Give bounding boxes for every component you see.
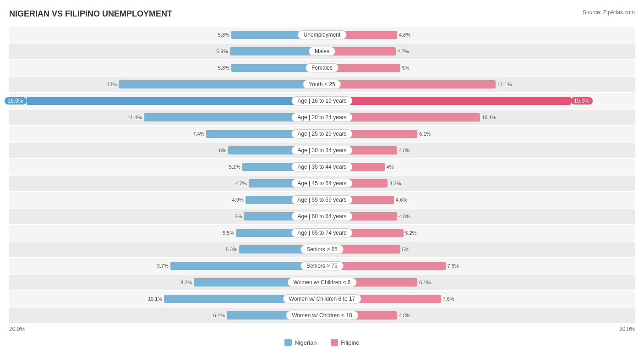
filipino-value: 6.1% — [419, 131, 431, 137]
bar-row: 6.1%4.8%Women w/ Children < 18 — [9, 308, 635, 323]
nigerian-value: 5.9% — [216, 49, 228, 54]
nigerian-bar — [119, 80, 322, 88]
row-center-label: Women w/ Children 6 to 17 — [283, 294, 361, 303]
filipino-value: 4.8% — [399, 32, 410, 38]
legend-filipino-label: Filipino — [341, 339, 360, 346]
bar-row: 5.1%4%Age | 35 to 44 years — [9, 159, 635, 175]
row-center-label: Unemployment — [298, 30, 347, 39]
nigerian-value: 5.8% — [218, 65, 229, 71]
bar-row: 11.4%10.1%Age | 20 to 24 years — [9, 110, 635, 125]
nigerian-value: 8.2% — [180, 280, 192, 285]
chart-source: Source: ZipAtlas.com — [583, 9, 635, 16]
nigerian-value: 4.9% — [232, 197, 244, 203]
bar-row: 5.8%5%Females — [9, 60, 635, 76]
nigerian-bar — [170, 262, 322, 270]
filipino-value: 4.8% — [399, 148, 410, 153]
bar-row: 5.5%5.2%Age | 65 to 74 years — [9, 225, 635, 241]
row-center-label: Age | 60 to 64 years — [291, 212, 352, 221]
filipino-value: 4.8% — [399, 214, 410, 219]
filipino-value: 5% — [402, 65, 409, 71]
filipino-value: 4% — [387, 164, 394, 170]
nigerian-value: 5.3% — [226, 247, 237, 252]
nigerian-bar — [27, 97, 322, 105]
bar-row: 5.9%4.7%Males — [9, 44, 635, 59]
filipino-value: 4.8% — [399, 313, 410, 318]
legend-nigerian-box — [284, 339, 292, 346]
filipino-bar — [322, 97, 571, 105]
legend-nigerian-label: Nigerian — [295, 339, 317, 346]
legend-nigerian: Nigerian — [284, 339, 317, 346]
legend-filipino: Filipino — [331, 339, 360, 346]
row-center-label: Age | 55 to 59 years — [291, 195, 352, 204]
bar-row: 5.3%5%Seniors > 65 — [9, 242, 635, 257]
legend: Nigerian Filipino — [9, 339, 635, 346]
bar-row: 18.9%15.9%Age | 16 to 19 years — [9, 93, 635, 109]
bar-row: 6%4.8%Age | 30 to 34 years — [9, 143, 635, 158]
nigerian-value: 5.8% — [218, 32, 229, 38]
filipino-value: 7.9% — [448, 263, 459, 269]
nigerian-value: 6.1% — [213, 313, 225, 318]
bar-row: 5%4.8%Age | 60 to 64 years — [9, 209, 635, 224]
bar-row: 8.2%6.1%Women w/ Children < 6 — [9, 275, 635, 290]
filipino-value: 4.7% — [398, 49, 409, 54]
row-center-label: Age | 45 to 54 years — [291, 179, 352, 188]
chart-container: NIGERIAN VS FILIPINO UNEMPLOYMENT Source… — [0, 0, 644, 347]
row-center-label: Age | 20 to 24 years — [291, 113, 352, 122]
bar-row: 4.9%4.6%Age | 55 to 59 years — [9, 192, 635, 208]
row-center-label: Age | 35 to 44 years — [291, 162, 352, 171]
bar-row: 4.7%4.2%Age | 45 to 54 years — [9, 176, 635, 191]
filipino-value: 7.6% — [443, 296, 454, 302]
nigerian-value: 5.5% — [223, 230, 234, 236]
filipino-bar — [322, 80, 496, 88]
filipino-value: 4.6% — [396, 197, 407, 203]
bar-row: 7.4%6.1%Age | 25 to 29 years — [9, 126, 635, 142]
legend-filipino-box — [331, 339, 338, 346]
row-center-label: Seniors > 75 — [300, 261, 344, 270]
nigerian-value: 10.1% — [148, 296, 162, 302]
row-center-label: Age | 16 to 19 years — [291, 96, 352, 105]
filipino-value: 6.1% — [419, 280, 431, 285]
nigerian-value: 6% — [219, 148, 226, 153]
bar-row: 5.8%4.8%Unemployment — [9, 27, 635, 43]
row-center-label: Women w/ Children < 18 — [286, 311, 358, 320]
nigerian-value: 7.4% — [193, 131, 204, 137]
nigerian-bar — [230, 47, 322, 55]
axis-right-label: 20.0% — [619, 326, 635, 332]
row-center-label: Age | 65 to 74 years — [291, 228, 352, 237]
nigerian-value: 9.7% — [157, 263, 169, 269]
nigerian-value: 5% — [235, 214, 242, 219]
chart-title: NIGERIAN VS FILIPINO UNEMPLOYMENT — [9, 9, 172, 19]
bar-row: 9.7%7.9%Seniors > 75 — [9, 258, 635, 274]
row-center-label: Age | 25 to 29 years — [291, 129, 352, 138]
row-center-label: Women w/ Children < 6 — [288, 278, 357, 287]
filipino-value: 4.2% — [389, 181, 401, 186]
filipino-value: 5% — [402, 247, 409, 252]
axis-left-label: 20.0% — [9, 326, 25, 332]
chart-header: NIGERIAN VS FILIPINO UNEMPLOYMENT Source… — [9, 9, 635, 19]
nigerian-value: 18.9% — [5, 97, 27, 105]
nigerian-value: 4.7% — [235, 181, 246, 186]
bar-row: 10.1%7.6%Women w/ Children 6 to 17 — [9, 291, 635, 307]
filipino-value: 15.9% — [571, 97, 593, 105]
filipino-value: 5.2% — [405, 230, 417, 236]
row-center-label: Youth < 25 — [303, 80, 341, 89]
rows-container: 5.8%4.8%Unemployment5.9%4.7%Males5.8%5%F… — [9, 27, 635, 323]
nigerian-value: 13% — [107, 82, 117, 87]
filipino-value: 10.1% — [482, 115, 496, 120]
axis-row: 20.0% 20.0% — [9, 326, 635, 335]
bar-row: 13%11.1%Youth < 25 — [9, 77, 635, 92]
row-center-label: Age | 30 to 34 years — [291, 146, 352, 155]
nigerian-value: 11.4% — [128, 115, 142, 120]
row-center-label: Males — [309, 47, 335, 56]
nigerian-value: 5.1% — [229, 164, 240, 170]
filipino-value: 11.1% — [497, 82, 512, 87]
row-center-label: Females — [306, 63, 338, 72]
row-center-label: Seniors > 65 — [300, 245, 344, 254]
